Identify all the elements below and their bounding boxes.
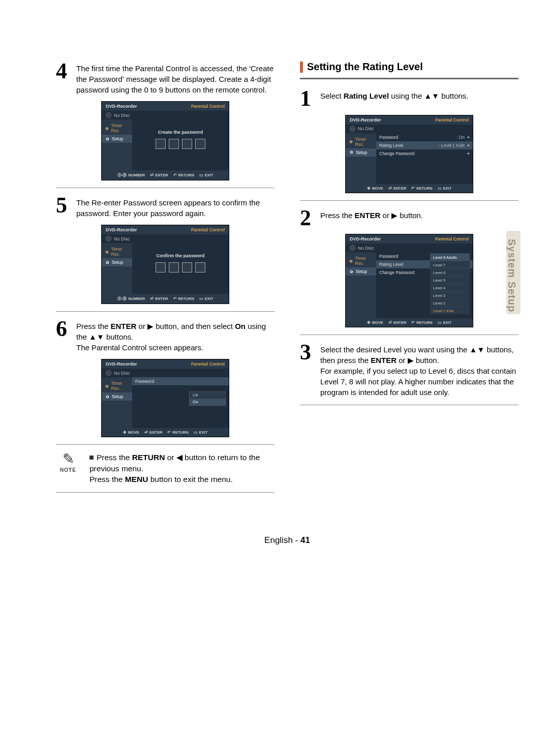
osd-level-list: DVD-Recorder Parental Control No Disc ◉T… <box>345 234 473 327</box>
exit-icon: ▭ <box>199 296 203 301</box>
disc-icon <box>106 236 111 241</box>
side-tab: System Setup <box>506 239 517 312</box>
updown-icon: ▲▼ <box>89 332 104 341</box>
gear-icon: ✿ <box>349 269 354 274</box>
note-text: Press the RETURN or ◀ button to return t… <box>89 452 274 485</box>
osd-popup: Off On <box>189 391 226 406</box>
step-number: 2 <box>300 208 316 228</box>
number-icon: ⓪-⑨ <box>117 172 127 178</box>
pw-box <box>156 139 166 149</box>
osd-row-password: Password <box>132 377 229 385</box>
pw-box <box>182 139 192 149</box>
bullet-icon <box>89 456 94 460</box>
osd-footer: ⓪-⑨NUMBER ⏎ENTER ↶RETURN ▭EXIT <box>102 170 229 180</box>
gear-icon: ✿ <box>105 394 110 399</box>
accent-bar <box>300 62 303 73</box>
level-item: Level 7 <box>430 261 470 268</box>
password-boxes <box>135 139 226 149</box>
enter-icon: ⏎ <box>150 296 154 301</box>
gear-icon: ✿ <box>105 260 110 265</box>
note-block: ✎ NOTE Press the RETURN or ◀ button to r… <box>56 452 274 485</box>
disc-icon <box>106 112 111 118</box>
play-icon: ▶ <box>147 322 154 330</box>
exit-icon: ▭ <box>438 186 442 191</box>
osd-row-rating: Rating Level : Level 1 Kids ▸ <box>376 141 473 149</box>
clock-icon: ◉ <box>105 383 109 388</box>
level-item: Level 5 <box>430 276 470 284</box>
osd-nodisc-label: No Disc <box>114 113 130 118</box>
exit-icon: ▭ <box>199 173 203 177</box>
osd-side-setup: ✿ Setup <box>102 135 132 143</box>
move-icon: ✥ <box>123 430 127 435</box>
step-r2: 2 Press the ENTER or ▶ button. <box>300 208 518 228</box>
osd-side-timer: ◉ Timer Rec. <box>102 122 132 135</box>
step-r3-text: Select the desired Level you want using … <box>320 342 518 398</box>
return-icon: ↶ <box>411 320 415 325</box>
osd-option-on: On <box>190 399 225 405</box>
section-heading: Setting the Rating Level <box>300 61 518 73</box>
step-4-text: The first time the Parental Control is a… <box>76 61 274 95</box>
left-column: 4 The first time the Parental Control is… <box>56 61 274 500</box>
disc-icon <box>350 245 355 251</box>
enter-icon: ⏎ <box>150 173 154 177</box>
osd-title: DVD-Recorder <box>106 104 137 109</box>
level-item: Level 2 <box>430 299 470 307</box>
step-number: 1 <box>300 88 316 109</box>
step-number: 4 <box>56 61 72 95</box>
right-arrow-icon: ▸ <box>468 135 470 139</box>
pw-box <box>169 139 179 149</box>
level-item: Level 4 <box>430 284 470 291</box>
enter-icon: ⏎ <box>144 430 148 435</box>
right-arrow-icon: ▸ <box>468 143 470 147</box>
osd-password-onoff: DVD-Recorder Parental Control No Disc ◉T… <box>101 359 229 437</box>
osd-option-off: Off <box>190 392 225 399</box>
disc-icon <box>106 370 111 376</box>
left-icon: ◀ <box>176 453 182 462</box>
osd-level-list-items: Level 8 Adults Level 7 Level 6 Level 5 L… <box>430 253 470 314</box>
updown-icon: ▲▼ <box>470 345 485 354</box>
step-number: 6 <box>56 319 72 353</box>
clock-icon: ◉ <box>349 139 353 144</box>
step-r1-text: Select Rating Level using the ▲▼ buttons… <box>320 88 469 109</box>
return-icon: ↶ <box>167 430 171 435</box>
right-arrow-icon: ▸ <box>468 151 470 156</box>
return-icon: ↶ <box>411 186 415 191</box>
osd-main: Create the password <box>132 119 229 170</box>
page-footer: English - 41 <box>56 535 518 546</box>
exit-icon: ▭ <box>438 320 442 325</box>
enter-icon: ⏎ <box>388 186 392 191</box>
clock-icon: ◉ <box>105 126 109 131</box>
level-item: Level 8 Adults <box>430 253 470 261</box>
return-icon: ↶ <box>173 173 177 177</box>
osd-prompt: Create the password <box>135 130 226 135</box>
disc-icon <box>350 126 355 132</box>
osd-nodisc-row: No Disc <box>102 111 229 119</box>
section-title: Setting the Rating Level <box>307 61 423 73</box>
clock-icon: ◉ <box>349 258 353 263</box>
step-5: 5 The Re-enter Password screen appears t… <box>56 195 274 219</box>
step-number: 3 <box>300 342 316 398</box>
step-r2-text: Press the ENTER or ▶ button. <box>320 208 423 228</box>
play-icon: ▶ <box>391 211 398 220</box>
clock-icon: ◉ <box>105 249 109 254</box>
return-icon: ↶ <box>173 296 177 301</box>
side-tab-label: System Setup <box>506 239 517 312</box>
level-item: Level 3 <box>430 291 470 299</box>
osd-row-change: Change Password ▸ <box>376 149 473 158</box>
osd-rating-level: DVD-Recorder Parental Control No Disc ◉T… <box>345 115 473 193</box>
step-number: 5 <box>56 195 72 219</box>
step-4: 4 The first time the Parental Control is… <box>56 61 274 95</box>
level-item: Level 1 Kids <box>430 307 470 314</box>
gear-icon: ✿ <box>349 150 354 155</box>
gear-icon: ✿ <box>105 136 110 141</box>
move-icon: ✥ <box>367 186 371 191</box>
right-column: Setting the Rating Level 1 Select Rating… <box>300 61 518 500</box>
updown-icon: ▲▼ <box>424 92 439 100</box>
osd-sidebar: ◉ Timer Rec. ✿ Setup <box>102 119 132 170</box>
step-6: 6 Press the ENTER or ▶ button, and then … <box>56 319 274 353</box>
step-r1: 1 Select Rating Level using the ▲▼ butto… <box>300 88 518 109</box>
exit-icon: ▭ <box>194 430 198 435</box>
osd-create-password: DVD-Recorder Parental Control No Disc ◉ … <box>101 101 229 180</box>
play-icon: ▶ <box>408 356 414 365</box>
level-item: Level 6 <box>430 268 470 276</box>
